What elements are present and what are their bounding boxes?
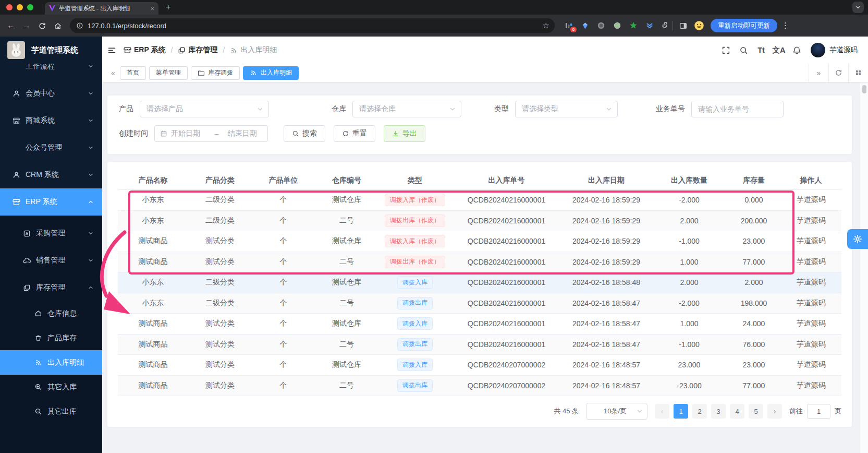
- username[interactable]: 芋道源码: [829, 45, 858, 55]
- sidebar-item[interactable]: 销售管理: [0, 247, 102, 274]
- reset-button[interactable]: 重置: [334, 125, 375, 142]
- page-button[interactable]: 2: [692, 404, 707, 419]
- next-page-button[interactable]: ›: [767, 404, 782, 419]
- sidebar-item[interactable]: 其它入库: [0, 375, 102, 399]
- sidebar-item[interactable]: 仓库信息: [0, 301, 102, 326]
- column-header: 产品分类: [188, 176, 252, 185]
- settings-fab[interactable]: [847, 229, 868, 249]
- browser-tab[interactable]: 芋道管理系统 - 出入库明细 ×: [45, 2, 158, 15]
- extensions-puzzle-icon[interactable]: [661, 21, 670, 30]
- layout-grid-icon[interactable]: [848, 64, 868, 82]
- main-area: ERP 系统 / 库存管理 / 出入库明细 Tt: [102, 37, 868, 453]
- column-header: 出入库单号: [451, 176, 561, 185]
- font-size-icon[interactable]: Tt: [752, 46, 770, 54]
- pager: ‹ 12345 ›: [655, 404, 782, 419]
- cell-stock: 24.000: [727, 319, 780, 328]
- url-bar[interactable]: 127.0.0.1/erp/stock/record ☆: [70, 18, 555, 33]
- tab-search-button[interactable]: [852, 2, 864, 13]
- tabs-expand-icon[interactable]: »: [809, 64, 828, 82]
- goto-page-input[interactable]: [807, 404, 830, 419]
- warehouse-select[interactable]: 请选择仓库: [352, 101, 461, 117]
- table-row: 小东东二级分类个二号调拨出库（作废）QCDB202402160000012024…: [118, 211, 841, 232]
- extension-badged-icon[interactable]: 6: [564, 21, 573, 30]
- bizno-input[interactable]: [691, 101, 784, 117]
- page-size-select[interactable]: 10条/页: [586, 403, 647, 420]
- cell-stock: 198.000: [727, 299, 780, 307]
- chrome-update-button[interactable]: 重新启动即可更新: [711, 19, 777, 32]
- cell-quantity: 2.000: [651, 278, 727, 287]
- breadcrumb-item-erp[interactable]: ERP 系统: [124, 45, 165, 55]
- page-tab[interactable]: 菜单管理: [149, 66, 188, 80]
- cell-unit: 个: [252, 278, 315, 287]
- product-select[interactable]: 请选择产品: [140, 101, 269, 117]
- prev-page-button[interactable]: ‹: [655, 404, 669, 419]
- browser-menu-icon[interactable]: ⋮: [781, 21, 789, 30]
- sidebar-item[interactable]: 其它出库: [0, 399, 102, 424]
- search-icon[interactable]: [735, 46, 752, 55]
- scrollbar[interactable]: [860, 82, 868, 453]
- extension-wheel-icon[interactable]: [596, 21, 606, 30]
- page-button[interactable]: 1: [674, 404, 688, 419]
- minimize-window-button[interactable]: [17, 4, 23, 10]
- sidebar-item[interactable]: ERP 系统: [0, 188, 102, 216]
- export-button[interactable]: 导出: [384, 125, 425, 142]
- page-tab[interactable]: 出入库明细: [243, 66, 299, 80]
- window-controls: [6, 4, 33, 10]
- cell-product: 小东东: [118, 278, 188, 287]
- sidebar-item[interactable]: 采购管理: [0, 220, 102, 247]
- cell-warehouse: 二号: [315, 216, 378, 225]
- maximize-window-button[interactable]: [27, 4, 33, 10]
- fullscreen-icon[interactable]: [717, 46, 735, 55]
- page-tab[interactable]: 首页: [120, 66, 146, 80]
- side-panel-icon[interactable]: [678, 21, 688, 30]
- scrollbar-thumb[interactable]: [862, 85, 866, 93]
- cell-order_no: QCDB20240216000001: [451, 278, 561, 287]
- sidebar-item[interactable]: 公众号管理: [0, 134, 102, 161]
- extension-star-icon[interactable]: [629, 21, 638, 30]
- home-button[interactable]: [50, 21, 66, 30]
- tabs-collapse-icon[interactable]: «: [106, 69, 120, 77]
- page-button[interactable]: 5: [749, 404, 763, 419]
- forward-button[interactable]: →: [19, 21, 34, 30]
- collapse-menu-icon[interactable]: [107, 46, 116, 55]
- page-content: 产品 请选择产品 仓库 请选择仓库 类型 请选择类型: [102, 82, 868, 453]
- sidebar-item[interactable]: 商城系统: [0, 107, 102, 134]
- close-tab-icon[interactable]: ×: [150, 5, 154, 12]
- type-select[interactable]: 请选择类型: [515, 101, 618, 117]
- page-button[interactable]: 3: [711, 404, 726, 419]
- sidebar-item-label: CRM 系统: [26, 170, 88, 180]
- sidebar-item[interactable]: CRM 系统: [0, 161, 102, 188]
- site-info-icon[interactable]: [76, 22, 83, 29]
- cell-quantity: -23.000: [651, 382, 727, 390]
- user-avatar[interactable]: [811, 43, 825, 57]
- sidebar-item[interactable]: 出入库明细: [0, 350, 102, 375]
- cell-type: 调拨出库: [378, 379, 451, 392]
- sidebar-item[interactable]: 产品库存: [0, 326, 102, 350]
- sidebar-item[interactable]: 库存管理: [0, 274, 102, 301]
- cell-type: 调拨入库（作废）: [378, 194, 451, 206]
- cell-quantity: -1.000: [651, 237, 727, 245]
- cell-stock: 2.000: [727, 278, 780, 287]
- new-tab-button[interactable]: +: [166, 3, 170, 12]
- bell-icon[interactable]: [788, 46, 805, 55]
- back-button[interactable]: ←: [3, 21, 19, 30]
- reload-button[interactable]: [34, 21, 50, 30]
- breadcrumb-item-stock[interactable]: 库存管理: [178, 45, 217, 55]
- refresh-page-icon[interactable]: [828, 64, 848, 82]
- page-tab[interactable]: 库存调拨: [191, 66, 240, 80]
- extension-green-circle-icon[interactable]: [613, 21, 622, 30]
- cell-date: 2024-02-16 18:59:29: [561, 217, 651, 225]
- search-button[interactable]: 搜索: [284, 125, 325, 142]
- extension-gem-icon[interactable]: [580, 21, 590, 30]
- date-range-input[interactable]: 开始日期 – 结束日期: [154, 125, 268, 142]
- sidebar-item[interactable]: 会员中心: [0, 80, 102, 107]
- locale-icon[interactable]: 文A: [770, 45, 788, 55]
- profile-avatar-icon[interactable]: [694, 20, 704, 31]
- close-window-button[interactable]: [6, 4, 13, 10]
- bookmark-star-icon[interactable]: ☆: [543, 21, 549, 30]
- extension-chevrons-icon[interactable]: [645, 21, 654, 30]
- cell-date: 2024-02-16 18:48:57: [561, 382, 651, 390]
- cell-date: 2024-02-16 18:59:29: [561, 237, 651, 245]
- page-button[interactable]: 4: [730, 404, 744, 419]
- product-label: 产品: [119, 104, 133, 114]
